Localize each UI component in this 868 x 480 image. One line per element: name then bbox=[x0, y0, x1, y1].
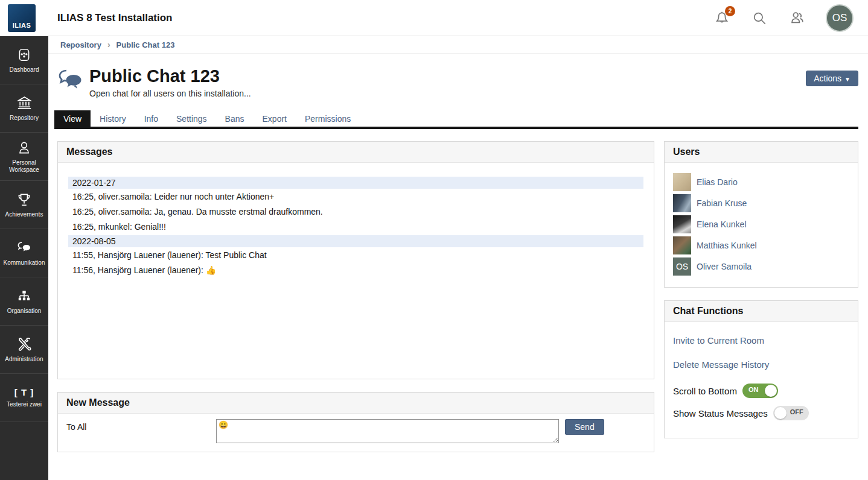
page-header-text: Public Chat 123 Open chat for all users … bbox=[89, 66, 251, 98]
chat-functions-panel-title: Chat Functions bbox=[673, 306, 849, 317]
tools-icon bbox=[16, 336, 33, 352]
sidebar-item-administration[interactable]: Administration bbox=[0, 326, 48, 374]
user-photo-avatar bbox=[673, 236, 691, 254]
chevron-right-icon: › bbox=[107, 40, 110, 49]
user-photo-avatar bbox=[673, 215, 691, 233]
right-column: Users Elias Dario Fabian Kruse Elena Kun… bbox=[664, 141, 858, 452]
top-bar: ILIAS ILIAS 8 Test Installation 2 bbox=[0, 0, 868, 36]
scroll-to-bottom-toggle[interactable]: ON bbox=[742, 384, 778, 398]
sidebar-item-label: Testerei zwei bbox=[5, 401, 43, 408]
tab-history[interactable]: History bbox=[91, 110, 135, 127]
tab-bans[interactable]: Bans bbox=[216, 110, 254, 127]
page-title: Public Chat 123 bbox=[89, 66, 251, 86]
show-status-messages-toggle[interactable]: OFF bbox=[773, 406, 809, 420]
breadcrumb-repository[interactable]: Repository bbox=[60, 40, 101, 49]
breadcrumb: Repository › Public Chat 123 bbox=[48, 36, 868, 54]
sidebar-item-kommunikation[interactable]: Kommunikation bbox=[0, 229, 48, 277]
messages-list[interactable]: 2022-01-27 16:25, oliver.samoila: Leider… bbox=[58, 163, 654, 379]
tab-info[interactable]: Info bbox=[135, 110, 167, 127]
user-row: OS Oliver Samoila bbox=[673, 257, 849, 276]
sidebar-item-label: Achievements bbox=[4, 211, 45, 218]
delete-message-history-link[interactable]: Delete Message History bbox=[673, 359, 849, 370]
left-column: Messages 2022-01-27 16:25, oliver.samoil… bbox=[57, 141, 654, 452]
user-avatar-initials: OS bbox=[832, 12, 847, 24]
new-message-form: To All 😀 Send bbox=[58, 414, 654, 452]
main-sidebar: Dashboard Repository Personal Workspace … bbox=[0, 36, 48, 480]
chat-functions-panel-header: Chat Functions bbox=[665, 301, 858, 322]
sidebar-item-repository[interactable]: Repository bbox=[0, 84, 48, 133]
sidebar-item-label: Kommunikation bbox=[2, 259, 47, 267]
user-link[interactable]: Elias Dario bbox=[697, 177, 738, 187]
toggle-state-text: ON bbox=[748, 386, 759, 393]
breadcrumb-public-chat[interactable]: Public Chat 123 bbox=[116, 40, 175, 49]
user-link[interactable]: Fabian Kruse bbox=[697, 198, 747, 208]
actions-button-label: Actions bbox=[814, 74, 841, 83]
chat-object-icon bbox=[58, 69, 83, 92]
messages-panel-header: Messages bbox=[58, 142, 654, 163]
sidebar-item-dashboard[interactable]: Dashboard bbox=[0, 36, 48, 84]
search-icon bbox=[752, 10, 767, 26]
user-avatar[interactable]: OS bbox=[826, 4, 854, 32]
bracket-t-icon: [ T ] bbox=[14, 387, 34, 397]
sidebar-item-personal-workspace[interactable]: Personal Workspace bbox=[0, 133, 48, 181]
tab-bar: View History Info Settings Bans Export P… bbox=[54, 110, 858, 129]
chat-message: 16:25, mkunkel: Genial!!! bbox=[68, 219, 643, 235]
users-panel: Users Elias Dario Fabian Kruse Elena Kun… bbox=[664, 141, 858, 288]
search-button[interactable] bbox=[751, 10, 768, 27]
send-button[interactable]: Send bbox=[565, 419, 604, 435]
tab-view[interactable]: View bbox=[54, 110, 91, 127]
tab-export[interactable]: Export bbox=[254, 110, 296, 127]
new-message-panel: New Message To All 😀 Send bbox=[57, 392, 654, 452]
chat-bubbles-icon bbox=[16, 239, 33, 256]
tab-settings[interactable]: Settings bbox=[167, 110, 216, 127]
chat-message: 11:55, Hansjörg Lauener (lauener): Test … bbox=[68, 248, 643, 263]
sidebar-item-achievements[interactable]: Achievements bbox=[0, 181, 48, 229]
toggle-state-text: OFF bbox=[790, 408, 803, 415]
who-is-online-button[interactable] bbox=[788, 10, 805, 27]
user-row: Fabian Kruse bbox=[673, 194, 849, 212]
user-link[interactable]: Elena Kunkel bbox=[697, 219, 747, 229]
topbar-actions: 2 OS bbox=[713, 4, 868, 32]
sidebar-item-label: Administration bbox=[3, 356, 45, 363]
user-row: Elias Dario bbox=[673, 173, 849, 191]
user-link[interactable]: Matthias Kunkel bbox=[697, 241, 757, 250]
user-photo-avatar bbox=[673, 173, 691, 191]
chat-functions-panel: Chat Functions Invite to Current Room De… bbox=[664, 300, 858, 438]
user-link[interactable]: Oliver Samoila bbox=[697, 262, 752, 271]
toggle-knob bbox=[765, 385, 777, 397]
users-panel-header: Users bbox=[665, 142, 858, 163]
chat-message: 11:56, Hansjörg Lauener (lauener): 👍 bbox=[68, 263, 643, 278]
ilias-logo-text: ILIAS bbox=[13, 22, 31, 29]
page-subtitle: Open chat for all users on this installa… bbox=[89, 89, 251, 98]
dashboard-icon bbox=[16, 47, 32, 63]
trophy-icon bbox=[16, 192, 32, 207]
notifications-button[interactable]: 2 bbox=[713, 10, 730, 27]
actions-button[interactable]: Actions▼ bbox=[806, 71, 858, 86]
ilias-logo[interactable]: ILIAS bbox=[8, 4, 36, 32]
date-separator: 2022-08-05 bbox=[68, 235, 643, 247]
recipient-label: To All bbox=[66, 419, 216, 432]
tab-permissions[interactable]: Permissions bbox=[296, 110, 360, 127]
users-panel-title: Users bbox=[673, 147, 849, 157]
user-row: Elena Kunkel bbox=[673, 215, 849, 233]
notification-badge: 2 bbox=[725, 6, 735, 16]
scroll-to-bottom-row: Scroll to Bottom ON bbox=[673, 384, 849, 398]
user-row: Matthias Kunkel bbox=[673, 236, 849, 254]
person-icon bbox=[16, 140, 32, 156]
main-content: Repository › Public Chat 123 Public Chat… bbox=[48, 36, 868, 480]
invite-to-current-room-link[interactable]: Invite to Current Room bbox=[673, 335, 849, 346]
chat-functions-body: Invite to Current Room Delete Message Hi… bbox=[665, 322, 858, 438]
users-list: Elias Dario Fabian Kruse Elena Kunkel Ma… bbox=[665, 163, 858, 287]
message-input-wrap: 😀 bbox=[216, 419, 559, 446]
message-input[interactable] bbox=[216, 419, 559, 443]
emoji-picker-button[interactable]: 😀 bbox=[219, 421, 228, 429]
sidebar-item-label: Personal Workspace bbox=[0, 159, 48, 174]
repository-icon bbox=[16, 95, 33, 111]
toggle-knob bbox=[774, 407, 787, 419]
show-status-messages-row: Show Status Messages OFF bbox=[673, 406, 849, 420]
new-message-panel-header: New Message bbox=[58, 393, 654, 414]
messages-panel-title: Messages bbox=[66, 147, 645, 157]
messages-panel: Messages 2022-01-27 16:25, oliver.samoil… bbox=[57, 141, 654, 379]
sidebar-item-organisation[interactable]: Organisation bbox=[0, 277, 48, 326]
sidebar-item-testerei-zwei[interactable]: [ T ] Testerei zwei bbox=[0, 374, 48, 422]
